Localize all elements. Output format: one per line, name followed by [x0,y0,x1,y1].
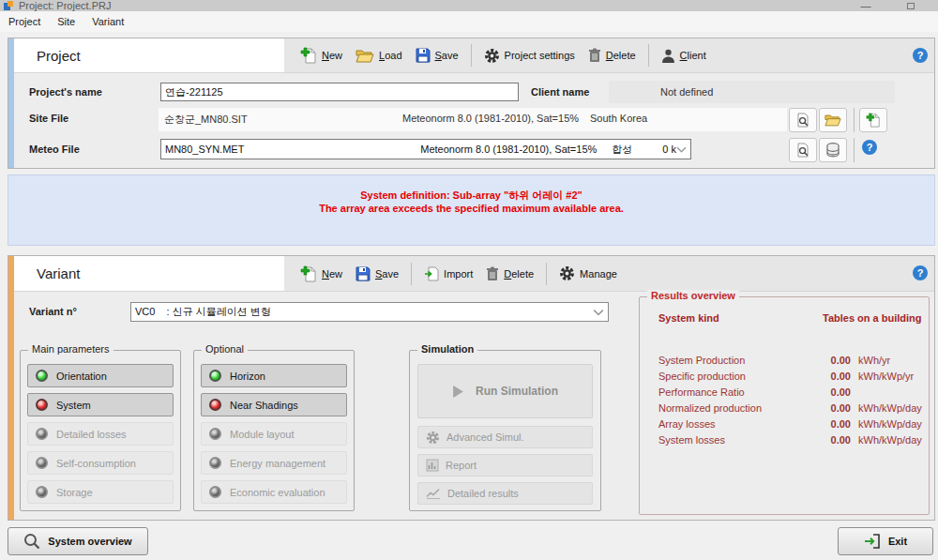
line-chart-icon [426,488,441,500]
project-panel-title: Project [14,38,284,72]
project-new-button[interactable]: New [294,44,349,67]
variant-number-value: VC0 : 신규 시뮬레이션 변형 [135,305,271,319]
variant-number-select[interactable]: VC0 : 신규 시뮬레이션 변형 [130,302,609,322]
variant-help-icon[interactable]: ? [913,265,928,280]
system-overview-label: System overview [48,536,131,547]
exit-button[interactable]: Exit [838,527,933,555]
result-row: System Production 0.00 kWh/yr [658,352,923,368]
menu-project[interactable]: Project [0,13,49,30]
energy-management-button[interactable]: Energy management [201,451,347,475]
run-simulation-button[interactable]: Run Simulation [417,364,593,418]
meteo-database-button[interactable] [819,138,847,162]
results-rows: System Production 0.00 kWh/yr Specific p… [658,352,923,447]
new-document-icon [300,47,317,64]
project-save-button[interactable]: Save [409,45,465,66]
system-overview-button[interactable]: System overview [8,527,148,555]
result-label: Specific production [658,371,809,382]
orientation-button[interactable]: Orientation [27,364,174,387]
status-led [209,457,221,469]
gear-icon [484,48,500,64]
meteo-view-button[interactable] [789,138,817,162]
report-button[interactable]: Report [417,454,593,477]
chevron-down-icon[interactable] [676,146,687,153]
database-icon [826,143,840,158]
result-label: Array losses [658,418,809,430]
result-unit: kWh/kWp/day [851,418,923,430]
site-country-value: South Korea [590,113,647,124]
minimize-button[interactable]: — [852,1,880,11]
near-shadings-button[interactable]: Near Shadings [201,393,347,416]
economic-evaluation-label: Economic evaluation [230,487,325,498]
project-header: Project New Load Save Project settings D [14,38,934,73]
detailed-losses-button[interactable]: Detailed losses [27,422,174,446]
variant-manage-button[interactable]: Manage [552,263,624,284]
variant-panel: Variant New Save Import Delete Ma [8,255,935,521]
result-label: Performance Ratio [658,386,809,398]
trash-icon [486,266,499,281]
self-consumption-button[interactable]: Self-consumption [27,451,174,475]
project-new-label: New [322,50,342,61]
result-unit: kWh/kWp/day [851,434,923,446]
variant-delete-button[interactable]: Delete [479,264,540,284]
simulation-title: Simulation [417,343,477,355]
project-settings-button[interactable]: Project settings [477,45,582,67]
project-load-button[interactable]: Load [349,46,408,66]
variant-header: Variant New Save Import Delete Ma [14,256,934,292]
menubar: Project Site Variant [0,11,938,32]
variant-accent-stripe [8,256,14,520]
variant-new-button[interactable]: New [294,263,349,285]
site-file-label: Site File [29,113,68,124]
toolbar-separator [411,263,412,285]
project-panel: Project New Load Save Project settings D [8,38,935,169]
variant-toolbar: New Save Import Delete Manage [284,263,624,285]
app-icon [4,1,13,10]
module-layout-label: Module layout [230,429,295,440]
result-value: 0.00 [809,371,851,382]
variant-import-button[interactable]: Import [417,264,479,284]
report-icon [426,459,439,472]
status-led [36,428,48,440]
horizon-label: Horizon [230,371,265,382]
detailed-results-button[interactable]: Detailed results [417,482,593,505]
site-open-button[interactable] [819,108,847,132]
chevron-down-icon[interactable] [593,309,604,316]
energy-management-label: Energy management [230,458,325,469]
main-parameters-title: Main parameters [28,343,113,355]
variant-delete-label: Delete [504,268,534,280]
toolbar-separator [648,44,649,67]
module-layout-button[interactable]: Module layout [201,422,347,446]
site-view-button[interactable] [789,108,817,132]
person-icon [661,49,675,63]
site-new-button[interactable] [859,108,887,132]
result-row: Array losses 0.00 kWh/kWp/day [658,416,923,431]
meteo-source-value: Meteonorm 8.0 (1981-2010), Sat=15% [420,144,597,155]
menu-site[interactable]: Site [49,13,83,30]
project-settings-label: Project settings [505,50,575,61]
storage-label: Storage [56,487,93,498]
meteo-file-input[interactable]: MN80_SYN.MET Meteonorm 8.0 (1981-2010), … [160,139,691,159]
project-help-icon[interactable]: ? [913,48,928,63]
toolbar-separator [854,138,855,162]
result-row: Performance Ratio 0.00 [658,384,923,400]
status-led [209,399,221,411]
variant-new-label: New [322,268,342,280]
horizon-button[interactable]: Horizon [201,364,347,387]
variant-save-button[interactable]: Save [349,264,405,284]
variant-panel-title: Variant [14,256,284,291]
toolbar-separator [854,108,855,132]
storage-button[interactable]: Storage [27,480,174,504]
system-button[interactable]: System [27,393,174,416]
project-client-button[interactable]: Client [655,46,713,66]
meteo-help-icon[interactable]: ? [862,140,877,155]
menu-variant[interactable]: Variant [83,13,132,30]
open-folder-icon [356,49,374,63]
detailed-results-label: Detailed results [447,488,519,499]
advanced-simulation-button[interactable]: Advanced Simul. [417,426,593,448]
project-delete-button[interactable]: Delete [582,45,643,66]
project-name-input[interactable]: 연습-221125 [160,83,519,101]
maximize-button[interactable] [897,1,925,11]
gear-icon [426,431,440,445]
result-label: Normalized production [658,402,809,414]
detailed-losses-label: Detailed losses [56,429,127,440]
economic-evaluation-button[interactable]: Economic evaluation [201,480,347,504]
